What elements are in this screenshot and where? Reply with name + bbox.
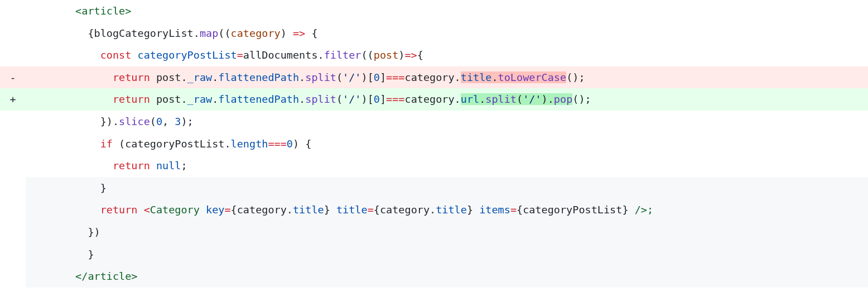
tail: ();: [572, 93, 591, 105]
dot: .: [479, 93, 485, 105]
brace: {: [374, 204, 380, 216]
code-cell[interactable]: }: [26, 177, 868, 199]
gutter-sign: [0, 22, 26, 45]
identifier: category: [237, 204, 287, 216]
method-filter: filter: [324, 49, 361, 61]
code-cell[interactable]: }).slice(0, 3);: [26, 111, 868, 133]
prop-flattenedPath: flattenedPath: [218, 93, 299, 105]
jsx-close-tag: </article>: [75, 270, 137, 282]
diff-line: if (categoryPostList.length===0) {: [0, 133, 868, 155]
equals: =: [224, 204, 230, 216]
gutter-sign: [0, 0, 26, 22]
space: [113, 138, 119, 150]
method-map: map: [200, 27, 218, 39]
gutter-sign: [0, 199, 26, 221]
keyword-if: if: [100, 138, 113, 150]
keyword-const: const: [100, 49, 132, 61]
code-cell[interactable]: {blogCategoryList.map((category) => {: [26, 22, 868, 45]
gutter-sign: [0, 244, 26, 266]
brace: {: [88, 27, 94, 39]
semicolon: ;: [181, 160, 187, 171]
number-zero: 0: [287, 138, 293, 150]
keyword-return: return: [113, 160, 150, 171]
jsx-self-close: />;: [629, 204, 654, 216]
indent: [26, 49, 100, 61]
paren: );: [181, 116, 193, 127]
diff-line: return <Category key={category.title} ti…: [0, 199, 868, 221]
diff-line-deletion: - return post._raw.flattenedPath.split('…: [0, 66, 868, 89]
space: [330, 204, 336, 216]
dot: .: [181, 93, 187, 105]
diff-line: <article>: [0, 0, 868, 22]
dot: .: [287, 204, 293, 216]
gutter-sign-minus: -: [0, 66, 26, 89]
gutter-sign: [0, 221, 26, 244]
jsx-attr-title: title: [336, 204, 368, 216]
code-cell[interactable]: }): [26, 221, 868, 244]
method-split: split: [305, 93, 336, 105]
brace: }: [324, 204, 330, 216]
diff-line: const categoryPostList=allDocuments.filt…: [0, 44, 868, 66]
gutter-sign: [0, 177, 26, 199]
paren: }).: [100, 116, 119, 127]
code-cell[interactable]: </article>: [26, 265, 868, 288]
dot: .: [318, 49, 324, 61]
gutter-sign: [0, 155, 26, 177]
brace: {: [311, 27, 317, 39]
brace: {: [417, 49, 423, 61]
jsx-open-tag: <article>: [75, 5, 131, 17]
method-pop: pop: [554, 93, 572, 105]
equals: =: [368, 204, 374, 216]
indent: [26, 71, 113, 83]
number-three: 3: [175, 116, 181, 127]
method-slice: slice: [119, 116, 150, 127]
method-split: split: [305, 71, 336, 83]
identifier: category: [380, 204, 430, 216]
code-cell[interactable]: <article>: [26, 0, 868, 22]
code-cell[interactable]: }: [26, 244, 868, 266]
brace: {: [517, 204, 523, 216]
paren: ).: [542, 93, 554, 105]
indent: [26, 5, 75, 17]
word-diff-added: url.split('/').pop: [461, 93, 573, 105]
dot: .: [212, 71, 218, 83]
comma: ,: [162, 116, 175, 127]
paren: ): [281, 27, 293, 39]
code-cell[interactable]: if (categoryPostList.length===0) {: [26, 133, 868, 155]
null-literal: null: [156, 160, 181, 171]
indent: [26, 138, 100, 150]
dot: .: [224, 138, 230, 150]
space: [473, 204, 479, 216]
indent: [26, 226, 88, 238]
dot: .: [194, 27, 200, 39]
indent: [26, 182, 100, 194]
param: category: [231, 27, 281, 39]
plus-sign: +: [9, 93, 16, 105]
code-cell[interactable]: const categoryPostList=allDocuments.filt…: [26, 44, 868, 66]
jsx-attr-items: items: [479, 204, 510, 216]
jsx-angle: <: [144, 204, 150, 216]
diff-line: return null;: [0, 155, 868, 177]
paren: (: [336, 93, 343, 105]
bracket: ]: [380, 71, 386, 83]
paren: (: [336, 71, 343, 83]
diff-table: <article> {blogCategoryList.map((categor…: [0, 0, 868, 288]
brace: {: [231, 204, 237, 216]
code-cell[interactable]: return post._raw.flattenedPath.split('/'…: [26, 88, 868, 111]
dot: .: [181, 71, 187, 83]
code-cell[interactable]: return post._raw.flattenedPath.split('/'…: [26, 66, 868, 89]
keyword-return: return: [113, 93, 150, 105]
prop-title: title: [436, 204, 467, 216]
jsx-attr-key: key: [206, 204, 224, 216]
bracket: ]: [380, 93, 386, 105]
brace: }: [100, 182, 107, 194]
space: [137, 204, 143, 216]
number-zero: 0: [374, 71, 380, 83]
code-cell[interactable]: return null;: [26, 155, 868, 177]
code-cell[interactable]: return <Category key={category.title} ti…: [26, 199, 868, 221]
brace: }: [88, 249, 94, 260]
gutter-sign: [0, 111, 26, 133]
string-slash: '/': [343, 93, 361, 105]
indent: [26, 270, 75, 282]
indent: [26, 249, 88, 260]
